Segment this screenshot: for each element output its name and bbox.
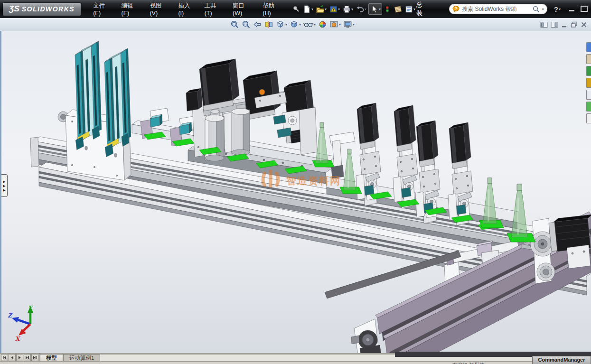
close-doc-icon[interactable]: [581, 21, 587, 28]
minimize-doc-icon[interactable]: [561, 21, 568, 28]
logo-mark: ƷS: [9, 4, 19, 14]
options-list-icon[interactable]: ▾: [404, 4, 416, 14]
featuremanager-flyout-tab[interactable]: ▶ ▶ ▶: [1, 174, 8, 197]
indicator-dot: [259, 89, 265, 95]
menu-insert[interactable]: 插入(I): [173, 0, 199, 19]
save-icon[interactable]: ▾: [328, 4, 341, 14]
menu-help[interactable]: 帮助(H): [258, 0, 287, 19]
file-explorer-icon[interactable]: [586, 66, 591, 76]
pin-icon[interactable]: [291, 4, 301, 14]
svg-text:?: ?: [455, 6, 457, 11]
heads-up-toolbar: ▾ ▾ ▾ ▾ ▾: [0, 18, 591, 31]
zoom-area-icon[interactable]: [241, 19, 251, 29]
task-pane-strip: [586, 42, 591, 123]
undo-icon[interactable]: ▾: [355, 4, 367, 14]
flyout-arrow-icon: ▶: [3, 180, 5, 183]
menu-tools[interactable]: 工具(T): [200, 0, 228, 19]
help-caret-icon: ▾: [559, 7, 561, 11]
pane-left-icon[interactable]: [540, 21, 548, 28]
flyout-arrow-icon: ▶: [3, 184, 5, 187]
search-box[interactable]: ? 搜索 SolidWorks 帮助 ▾: [449, 4, 547, 14]
view-settings-icon[interactable]: ▾: [343, 19, 355, 29]
hide-show-items-icon[interactable]: ▾: [303, 19, 316, 29]
pane-right-icon[interactable]: [551, 21, 558, 28]
display-style-icon[interactable]: ▾: [289, 19, 301, 29]
search-input[interactable]: 搜索 SolidWorks 帮助: [462, 5, 516, 13]
tab-scroll-buttons: [0, 354, 40, 362]
menu-file[interactable]: 文件(F): [88, 0, 116, 19]
viewport-3d-model[interactable]: [0, 31, 591, 354]
view-orientation-icon[interactable]: ▾: [275, 19, 288, 29]
search-icon[interactable]: [533, 6, 540, 13]
appearances-icon[interactable]: [586, 90, 591, 100]
document-title: 总装: [416, 0, 428, 18]
help-balloon-icon: ?: [452, 6, 460, 12]
graphics-viewport[interactable]: ▶ ▶ ▶ 智造资料网 Y Z X: [0, 31, 591, 354]
custom-properties-icon[interactable]: [586, 102, 591, 112]
new-document-icon[interactable]: ▾: [302, 4, 314, 14]
axis-z-label: Z: [8, 312, 13, 319]
edit-appearance-icon[interactable]: [318, 19, 328, 29]
solidworks-logo: ƷS SOLIDWORKS: [3, 3, 81, 16]
press-station[interactable]: [448, 122, 473, 225]
menu-view[interactable]: 视图(V): [145, 0, 173, 19]
interference-lights-icon[interactable]: [383, 4, 392, 14]
menu-window[interactable]: 窗口(W): [228, 0, 258, 19]
apply-scene-icon[interactable]: ▾: [329, 19, 341, 29]
feeder-station[interactable]: [58, 41, 131, 180]
quick-toolbar: ▾ ▾ ▾ ▾ ▾ ▾ ▾: [291, 3, 416, 15]
tab-motion-study[interactable]: 运动算例1: [63, 354, 100, 362]
menu-edit[interactable]: 编辑(E): [116, 0, 145, 19]
select-arrow-icon[interactable]: ▾: [368, 3, 382, 15]
design-library-icon[interactable]: [586, 54, 591, 64]
press-station[interactable]: [393, 105, 418, 208]
machine-assembly[interactable]: [30, 41, 591, 354]
tab-model[interactable]: 模型: [40, 354, 63, 362]
axis-y-label: Y: [28, 305, 33, 311]
help-glyph: ?: [554, 5, 558, 13]
press-station[interactable]: [415, 121, 440, 224]
tab-scroll-next-icon[interactable]: [16, 354, 23, 361]
print-icon[interactable]: ▾: [342, 4, 354, 14]
commandmanager-titlebar[interactable]: CommandManager: [532, 356, 591, 364]
green-bottle[interactable]: [479, 178, 504, 228]
axis-x-label: X: [15, 336, 21, 341]
tab-split-icon[interactable]: [31, 354, 38, 361]
restore-doc-icon[interactable]: [571, 21, 578, 28]
status-editing-text: 在编辑 装配体: [452, 362, 485, 364]
appearance-form-icon[interactable]: [393, 4, 403, 14]
orientation-triad: Y Z X: [6, 304, 46, 341]
flyout-arrow-icon: ▶: [3, 188, 5, 192]
logo-name: SOLIDWORKS: [22, 5, 75, 13]
resources-icon[interactable]: [586, 42, 591, 52]
magazine-tower[interactable]: [75, 41, 102, 150]
zoom-fit-icon[interactable]: [230, 19, 240, 29]
search-caret-icon[interactable]: ▾: [542, 7, 544, 11]
minimize-button[interactable]: [567, 6, 576, 12]
tab-scroll-first-icon[interactable]: [1, 354, 8, 361]
forum-icon[interactable]: [586, 113, 591, 123]
menu-bar: 文件(F) 编辑(E) 视图(V) 插入(I) 工具(T) 窗口(W) 帮助(H…: [88, 0, 287, 19]
previous-view-icon[interactable]: [253, 19, 263, 29]
tab-scroll-last-icon[interactable]: [24, 354, 31, 361]
document-window-controls: [540, 21, 587, 28]
window-controls: [567, 6, 588, 12]
maximize-button[interactable]: [580, 6, 588, 12]
title-bar: ƷS SOLIDWORKS 文件(F) 编辑(E) 视图(V) 插入(I) 工具…: [0, 0, 591, 18]
open-icon[interactable]: ▾: [315, 4, 328, 14]
section-view-icon[interactable]: [264, 19, 274, 29]
tab-scroll-prev-icon[interactable]: [9, 354, 16, 361]
palette-icon[interactable]: [586, 78, 591, 88]
status-bar: 在编辑 装配体: [0, 361, 591, 364]
help-menu-button[interactable]: ? ▾: [554, 5, 561, 13]
magazine-tower[interactable]: [104, 48, 131, 157]
